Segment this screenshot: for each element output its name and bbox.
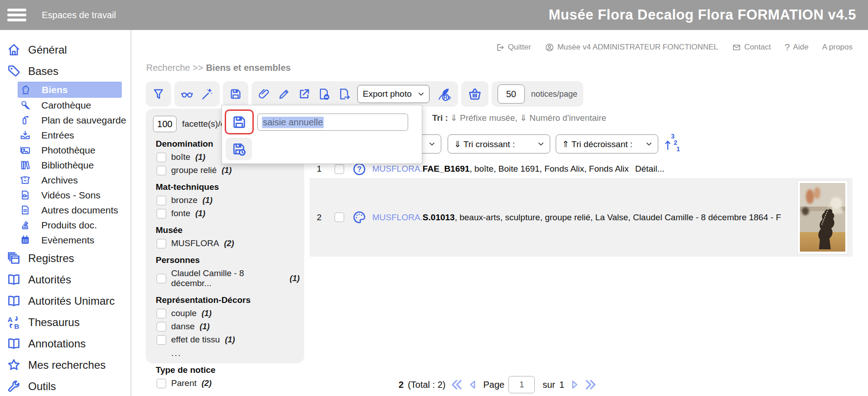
previous-page-icon[interactable] [467, 379, 479, 391]
checkbox[interactable] [157, 153, 166, 162]
next-page-icon[interactable] [568, 379, 580, 391]
facet-checkbox-groupe-relie[interactable]: groupe relié(1) [157, 165, 300, 175]
result-detail-link[interactable]: Détail... [635, 164, 664, 174]
funnel-icon [152, 87, 165, 101]
facet-count-input[interactable] [153, 116, 177, 132]
facet-checkbox-bronze[interactable]: bronze(1) [157, 195, 300, 205]
hamburger-menu-icon[interactable] [7, 6, 26, 24]
sidebar-item-mes-recherches[interactable]: Mes recherches [0, 354, 131, 376]
wrench-icon [6, 379, 21, 394]
facet-checkbox-musflora[interactable]: MUSFLORA(2) [157, 238, 300, 248]
sidebar: Général Bases Biens Carothèque Plan de s… [0, 30, 131, 396]
record-link[interactable]: MUSFLORA. [372, 164, 423, 173]
search-toolbar: Export photo Re notices/page [146, 81, 583, 107]
about-link[interactable]: A propos [822, 43, 853, 52]
checkbox[interactable] [157, 166, 166, 175]
re-feather-icon[interactable]: Re [436, 86, 452, 102]
external-link-icon[interactable] [297, 87, 311, 101]
star-icon [6, 357, 21, 372]
checkbox[interactable] [157, 209, 166, 218]
sidebar-item-autorites[interactable]: Autorités [0, 269, 131, 290]
facet-checkbox-danse[interactable]: danse(1) [157, 322, 300, 332]
result-number: 1 [316, 164, 323, 174]
sidebar-item-general[interactable]: Général [0, 39, 131, 60]
svg-text:B: B [14, 322, 19, 330]
first-page-icon[interactable] [449, 378, 463, 391]
sidebar-item-produits-doc[interactable]: Produits doc. [18, 218, 131, 233]
checkbox[interactable] [157, 335, 166, 345]
sidebar-item-outils[interactable]: Outils [0, 376, 131, 396]
facet-checkbox-claudel[interactable]: Claudel Camille - 8 décembr...(1) [157, 268, 300, 288]
magic-wand-icon[interactable] [200, 87, 214, 101]
sculpture-photo [800, 183, 845, 252]
paperclip-icon[interactable] [257, 87, 271, 101]
facet-checkbox-fonte[interactable]: fonte(1) [157, 208, 300, 218]
document-lines-icon [20, 204, 31, 216]
palette-icon[interactable] [352, 210, 367, 225]
facet-checkbox-effet-tissu[interactable]: effet de tissu(1) [157, 335, 300, 345]
sidebar-item-videos-sons[interactable]: Vidéos - Sons [18, 188, 131, 203]
save-scheduled-button[interactable] [226, 138, 252, 160]
top-bar: Espaces de travail Musée Flora Decalog F… [0, 0, 868, 30]
checkbox[interactable] [157, 309, 166, 318]
checkbox[interactable] [157, 196, 166, 205]
checkbox[interactable] [157, 274, 166, 283]
result-checkbox[interactable] [335, 164, 344, 174]
result-total: (Total : 2) [408, 380, 445, 390]
search-name-input[interactable]: saisie annuelle [257, 114, 408, 131]
save-confirm-button[interactable] [225, 109, 254, 134]
sidebar-item-autres-documents[interactable]: Autres documents [18, 203, 131, 218]
filter-button[interactable] [146, 81, 171, 107]
document-export-icon[interactable] [337, 87, 351, 101]
open-book-icon [6, 272, 21, 287]
checkbox[interactable] [157, 239, 166, 248]
checkbox[interactable] [157, 322, 166, 332]
sort-ascending-select[interactable]: ⇓ Tri croissant : [448, 134, 550, 153]
document-print-icon[interactable] [317, 87, 331, 101]
app-title: Musée Flora Decalog Flora FORMATION v4.5 [549, 0, 856, 30]
facet-more-link[interactable]: ... [171, 348, 300, 358]
checkbox[interactable] [157, 379, 166, 388]
user-account-link[interactable]: Musée v4 ADMINISTRATEUR FONCTIONNEL [545, 43, 718, 52]
sidebar-item-registres[interactable]: Registres [0, 248, 131, 269]
page-input[interactable] [508, 376, 535, 393]
save-search-button[interactable] [223, 81, 248, 107]
workspace-label[interactable]: Espaces de travail [42, 10, 116, 20]
notices-per-page-input[interactable] [498, 84, 525, 104]
sidebar-item-archives[interactable]: Archives [18, 173, 131, 188]
chevron-down-icon [418, 92, 424, 96]
breadcrumb-section: Recherche >> [146, 63, 203, 73]
sidebar-item-bases[interactable]: Bases [0, 60, 131, 82]
sidebar-item-entrees[interactable]: Entrées [18, 128, 131, 143]
sort-321-icon[interactable]: 321 [664, 132, 681, 153]
glasses-icon[interactable] [180, 87, 194, 101]
quit-link[interactable]: Quitter [495, 43, 531, 52]
record-link[interactable]: MUSFLORA. [372, 213, 423, 222]
facet-checkbox-parent[interactable]: Parent(2) [157, 378, 300, 388]
sidebar-item-evenements[interactable]: Evènements [18, 233, 131, 248]
facet-group-title: Type de notice [156, 365, 300, 375]
inbox-download-icon [20, 129, 31, 141]
facet-checkbox-couple[interactable]: couple(1) [157, 308, 300, 318]
basket-button[interactable] [461, 81, 488, 107]
sidebar-item-autorites-unimarc[interactable]: Autorités Unimarc [0, 290, 131, 312]
last-page-icon[interactable] [584, 378, 598, 391]
notices-per-page-label: notices/page [531, 89, 577, 99]
exit-icon [495, 43, 505, 52]
sidebar-item-plan-sauvegarde[interactable]: Plan de sauvegarde [18, 113, 131, 128]
sidebar-item-phototheque[interactable]: Photothèque [18, 143, 131, 158]
sidebar-item-biens[interactable]: Biens [18, 82, 122, 98]
contact-link[interactable]: Contact [732, 43, 771, 52]
sidebar-item-bibliotheque[interactable]: Bibliothèque [18, 158, 131, 173]
sidebar-item-thesaurus[interactable]: AB Thesaurus [0, 312, 131, 333]
help-link[interactable]: ? Aide [784, 42, 809, 53]
last-page-number: 1 [559, 380, 564, 390]
result-thumbnail[interactable] [797, 180, 848, 254]
sidebar-item-carotheque[interactable]: Carothèque [18, 98, 131, 113]
export-photo-select[interactable]: Export photo [357, 85, 429, 103]
sort-descending-select[interactable]: ⇑ Tri décroissant : [556, 134, 658, 153]
pencil-icon[interactable] [277, 87, 291, 101]
sidebar-item-annotations[interactable]: Annotations [0, 333, 131, 354]
result-checkbox[interactable] [335, 213, 344, 222]
result-row[interactable]: 2 MUSFLORA.S.01013, beaux-arts, sculptur… [310, 178, 853, 257]
